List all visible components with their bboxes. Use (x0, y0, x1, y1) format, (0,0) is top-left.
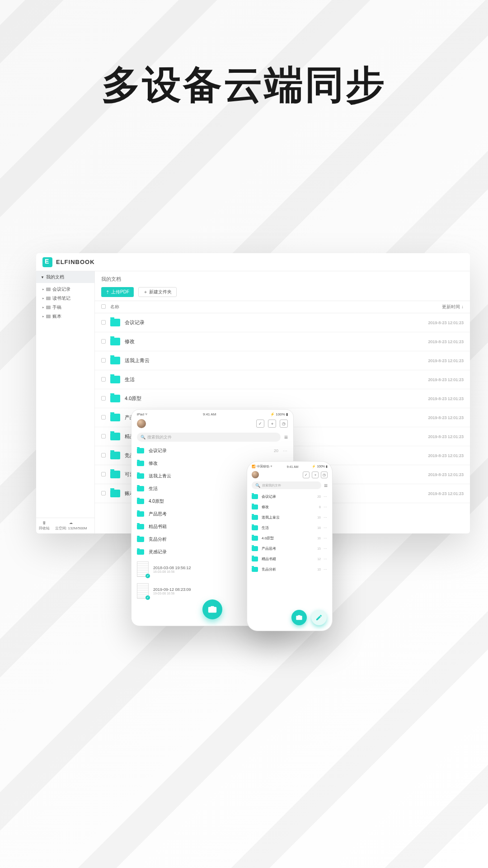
storage-value: 132M/500M (68, 526, 87, 530)
add-icon[interactable]: ＋ (312, 472, 319, 478)
folder-icon (46, 297, 51, 300)
table-row[interactable]: 修改 2019-8-23 12:01:23 (95, 332, 470, 351)
menu-icon[interactable]: ≡ (284, 434, 288, 441)
camera-fab-button[interactable] (291, 610, 307, 625)
row-checkbox[interactable] (101, 434, 106, 439)
sidebar-item[interactable]: ▸读书笔记 (42, 294, 94, 303)
new-folder-button[interactable]: ＋ 新建文件夹 (138, 287, 177, 297)
status-battery: ⚡ 100% ▮ (270, 412, 288, 416)
edit-fab-button[interactable] (311, 610, 327, 625)
more-icon[interactable]: ⋯ (324, 495, 328, 499)
list-item[interactable]: 会议记录 20 ⋯ (252, 491, 328, 502)
folder-icon (252, 546, 258, 551)
list-item[interactable]: 送我上青云 16 ⋯ (252, 512, 328, 523)
more-icon[interactable]: ⋯ (324, 567, 328, 571)
desktop-sidebar: ▼ 我的文档 ▸会议记录 ▸读书笔记 ▸手稿 ▸账本 🗑 回收站 ☁ 云空间: … (36, 271, 95, 533)
row-name: 修改 (125, 338, 428, 345)
row-checkbox[interactable] (101, 415, 106, 420)
row-checkbox[interactable] (101, 320, 106, 325)
row-date: 2019-8-23 12:01:23 (428, 396, 464, 401)
check-icon[interactable]: ✓ (303, 472, 310, 478)
row-checkbox[interactable] (101, 377, 106, 382)
table-row[interactable]: 4.0原型 2019-8-23 12:01:23 (95, 389, 470, 408)
search-icon: 🔍 (141, 435, 145, 439)
list-item[interactable]: 精品书籍 12 ⋯ (252, 554, 328, 564)
select-all-checkbox[interactable] (101, 304, 106, 309)
avatar[interactable] (137, 419, 146, 428)
folder-icon (110, 357, 120, 364)
folder-icon (252, 515, 258, 520)
sidebar-item[interactable]: ▸手稿 (42, 303, 94, 312)
table-row[interactable]: 送我上青云 2019-8-23 12:01:23 (95, 351, 470, 370)
row-checkbox[interactable] (101, 339, 106, 344)
item-count: 16 (317, 516, 321, 519)
sidebar-item[interactable]: ▸会议记录 (42, 285, 94, 294)
item-name: 4.0原型 (262, 536, 317, 541)
trash-label: 回收站 (39, 526, 50, 531)
more-icon[interactable]: ⋯ (324, 515, 328, 519)
row-checkbox[interactable] (101, 358, 106, 363)
folder-icon (137, 448, 144, 453)
list-item[interactable]: 修改 8 ⋯ (252, 502, 328, 512)
trash-button[interactable]: 🗑 回收站 (39, 521, 50, 531)
more-icon[interactable]: ⋯ (324, 526, 328, 530)
row-date: 2019-8-23 12:01:23 (428, 472, 464, 477)
column-name[interactable]: 名称 (110, 304, 442, 310)
more-icon[interactable]: ⋯ (324, 505, 328, 509)
list-item[interactable]: 竞品分析 10 ⋯ (252, 564, 328, 575)
history-icon[interactable]: ◷ (321, 472, 328, 478)
more-icon[interactable]: ⋯ (324, 547, 328, 551)
avatar[interactable] (252, 471, 259, 478)
item-count: 20 (317, 495, 321, 498)
folder-icon (110, 452, 120, 459)
more-icon[interactable]: ⋯ (324, 536, 328, 540)
row-checkbox[interactable] (101, 472, 106, 476)
list-item[interactable]: 生活 18 ⋯ (252, 523, 328, 533)
list-item[interactable]: 会议记录 20 ⋯ (137, 444, 288, 457)
table-header: 名称 更新时间 ↓ (95, 301, 470, 313)
phone-list: 会议记录 20 ⋯ 修改 8 ⋯ 送我上青云 16 ⋯ 生活 18 ⋯ 4.0原… (247, 491, 332, 575)
column-date[interactable]: 更新时间 ↓ (442, 304, 464, 310)
table-row[interactable]: 生活 2019-8-23 12:01:23 (95, 370, 470, 389)
status-time: 9:41 AM (287, 465, 299, 468)
history-icon[interactable]: ◷ (280, 420, 288, 428)
doc-title: 2019-09-12 08:23:09 (153, 587, 191, 592)
folder-icon (110, 338, 120, 345)
sidebar-tree: ▸会议记录 ▸读书笔记 ▸手稿 ▸账本 (36, 283, 94, 518)
sidebar-item[interactable]: ▸账本 (42, 312, 94, 321)
add-icon[interactable]: ＋ (268, 420, 276, 428)
row-checkbox[interactable] (101, 453, 106, 458)
menu-icon[interactable]: ≡ (324, 482, 328, 489)
doc-subtitle: 19-03-08 16:56 (153, 592, 191, 595)
document-thumb-icon (137, 583, 149, 599)
app-logo-icon (42, 257, 52, 267)
camera-fab-button[interactable] (202, 599, 222, 619)
sidebar-item-label: 会议记录 (52, 286, 70, 292)
tablet-top-bar: ✓ ＋ ◷ (131, 417, 293, 431)
phone-status-bar: 📶 中国移动 ᯤ 9:41 AM ⚡ 100% ▮ (247, 462, 332, 470)
folder-icon (110, 376, 120, 383)
list-item[interactable]: 4.0原型 16 ⋯ (252, 533, 328, 543)
sidebar-root[interactable]: ▼ 我的文档 (36, 271, 94, 283)
item-name: 精品书籍 (262, 557, 317, 561)
caret-right-icon: ▸ (42, 297, 44, 300)
row-name: 4.0原型 (125, 395, 428, 402)
more-icon[interactable]: ⋯ (283, 448, 288, 453)
table-row[interactable]: 会议记录 2019-8-23 12:01:23 (95, 313, 470, 332)
search-input[interactable]: 🔍 搜索我的文件 (137, 433, 281, 442)
search-input[interactable]: 🔍 搜索我的文件 (252, 481, 321, 489)
sidebar-item-label: 账本 (52, 313, 61, 320)
upload-pdf-button[interactable]: ⇡ 上传PDF (101, 287, 134, 297)
row-checkbox[interactable] (101, 396, 106, 401)
item-count: 16 (317, 537, 321, 540)
row-checkbox[interactable] (101, 491, 106, 495)
more-icon[interactable]: ⋯ (324, 557, 328, 561)
list-item[interactable]: 产品思考 15 ⋯ (252, 543, 328, 554)
folder-icon (46, 315, 51, 318)
item-name: 送我上青云 (262, 515, 317, 520)
check-icon[interactable]: ✓ (256, 420, 264, 428)
folder-icon (137, 537, 144, 542)
search-placeholder: 搜索我的文件 (147, 434, 172, 440)
item-count: 20 (274, 448, 278, 453)
cloud-icon: ☁ (69, 521, 73, 525)
